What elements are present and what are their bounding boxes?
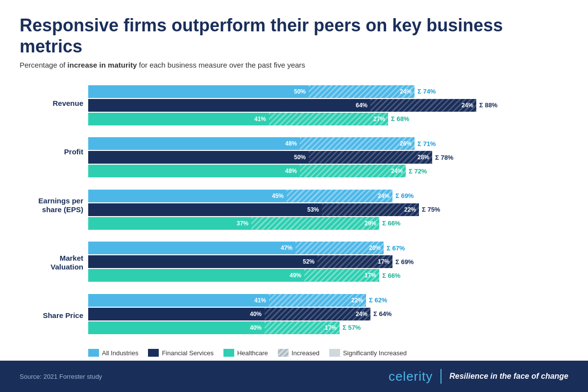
y-label-share-price: Share Price: [20, 311, 83, 320]
legend-label-all-industries: All Industries: [102, 349, 138, 357]
bar-solid-label: 40%: [250, 324, 265, 331]
bar-hatched-label: 24%: [400, 88, 415, 95]
bar-hatched-fin: 22%: [322, 203, 419, 216]
bar-hatched-label: 27%: [373, 116, 388, 122]
footer-logo: celerity: [389, 369, 433, 384]
metric-group-0: 50%24%Σ 74%64%24%Σ 88%41%27%Σ 68%: [88, 85, 568, 125]
bar-sum-label: Σ 57%: [343, 324, 361, 331]
footer-tagline: Resilience in the face of change: [449, 372, 568, 381]
bar-hatched-label: 22%: [404, 206, 419, 213]
bar-solid-label: 49%: [290, 272, 304, 279]
bar-solid-all: 41%: [88, 294, 269, 307]
legend-label-significantly-increased: Significantly Increased: [343, 349, 407, 357]
bars-container: 50%24%Σ 74%64%24%Σ 88%41%27%Σ 68%48%26%Σ…: [88, 79, 568, 345]
bar-solid-hc: 40%: [88, 321, 265, 334]
bar-solid-label: 48%: [285, 140, 300, 147]
legend-box-all-industries: [88, 349, 99, 357]
bar-hatched-all: 22%: [269, 294, 366, 307]
bar-row: 40%17%Σ 57%: [88, 321, 568, 334]
bar-hatched-hc: 29%: [251, 217, 379, 230]
subtitle-end: for each business measure over the past …: [137, 61, 305, 69]
y-label-profit: Profit: [20, 147, 83, 156]
bar-row: 64%24%Σ 88%: [88, 99, 568, 112]
subtitle-plain: Percentage of: [20, 61, 68, 69]
bar-hatched-fin: 24%: [370, 99, 476, 112]
bar-hatched-label: 17%: [325, 324, 340, 331]
bar-solid-label: 50%: [294, 88, 309, 95]
bar-hatched-label: 26%: [400, 140, 415, 147]
bar-hatched-label: 20%: [369, 245, 384, 251]
bar-solid-fin: 64%: [88, 99, 370, 112]
bar-hatched-label: 28%: [417, 154, 432, 161]
bar-solid-label: 47%: [281, 245, 295, 251]
bar-solid-label: 41%: [254, 297, 269, 304]
bar-row: 47%20%Σ 67%: [88, 242, 568, 254]
bar-hatched-hc: 17%: [304, 269, 379, 282]
bar-solid-label: 41%: [254, 116, 269, 122]
bar-sum-label: Σ 69%: [395, 258, 414, 266]
bar-hatched-fin: 17%: [318, 255, 392, 268]
bar-sum-label: Σ 64%: [373, 310, 392, 318]
legend-item-all-industries: All Industries: [88, 349, 138, 357]
bar-hatched-all: 20%: [295, 242, 384, 254]
bar-solid-fin: 50%: [88, 151, 309, 164]
bar-row: 53%22%Σ 75%: [88, 203, 568, 216]
bar-solid-all: 47%: [88, 242, 295, 254]
bar-solid-label: 45%: [272, 193, 287, 199]
y-label-revenue: Revenue: [20, 99, 83, 108]
bar-solid-hc: 37%: [88, 217, 251, 230]
bar-sum-label: Σ 66%: [382, 272, 400, 279]
bar-hatched-hc: 24%: [300, 165, 406, 177]
metric-group-1: 48%26%Σ 71%50%28%Σ 78%48%24%Σ 72%: [88, 137, 568, 177]
legend-label-increased: Increased: [292, 349, 319, 357]
bar-sum-label: Σ 88%: [479, 101, 497, 109]
bar-hatched-hc: 27%: [269, 113, 388, 125]
bar-row: 45%24%Σ 69%: [88, 190, 568, 202]
bar-row: 40%24%Σ 64%: [88, 308, 568, 320]
bar-solid-label: 48%: [285, 168, 300, 174]
bar-hatched-all: 24%: [287, 190, 392, 202]
bar-sum-label: Σ 69%: [395, 192, 414, 199]
bar-row: 48%24%Σ 72%: [88, 165, 568, 177]
bar-hatched-label: 29%: [365, 220, 379, 227]
bar-row: 52%17%Σ 69%: [88, 255, 568, 268]
bar-solid-label: 50%: [294, 154, 309, 161]
bar-solid-all: 50%: [88, 85, 309, 98]
bar-hatched-label: 24%: [462, 102, 476, 109]
legend-box-financial-services: [148, 349, 159, 357]
legend-box-healthcare: [223, 349, 234, 357]
bar-solid-label: 53%: [307, 206, 322, 213]
y-label-market-valuation: MarketValuation: [20, 254, 83, 271]
footer-source: Source: 2021 Forrester study: [20, 373, 102, 380]
bar-sum-label: Σ 67%: [387, 245, 405, 252]
bar-hatched-label: 24%: [391, 168, 406, 174]
bar-hatched-label: 22%: [351, 297, 366, 304]
legend-box-significantly-increased: [329, 349, 340, 357]
metric-group-4: 41%22%Σ 62%40%24%Σ 64%40%17%Σ 57%: [88, 294, 568, 334]
legend-item-significantly-increased: Significantly Increased: [329, 349, 407, 357]
bar-row: 50%28%Σ 78%: [88, 151, 568, 164]
subtitle-bold: increase in maturity: [68, 61, 137, 69]
bar-solid-all: 45%: [88, 190, 287, 202]
bar-row: 50%24%Σ 74%: [88, 85, 568, 98]
bar-hatched-label: 24%: [378, 193, 392, 199]
bar-hatched-fin: 28%: [309, 151, 432, 164]
legend-item-healthcare: Healthcare: [223, 349, 268, 357]
bar-sum-label: Σ 74%: [417, 88, 436, 95]
legend-label-healthcare: Healthcare: [237, 349, 268, 357]
legend-item-increased: Increased: [278, 349, 319, 357]
bar-solid-hc: 49%: [88, 269, 304, 282]
bar-solid-label: 52%: [303, 258, 318, 265]
bar-solid-fin: 52%: [88, 255, 318, 268]
bar-sum-label: Σ 66%: [382, 220, 400, 227]
page-container: Responsive firms outperform their peers …: [0, 0, 588, 392]
bar-row: 48%26%Σ 71%: [88, 137, 568, 150]
bar-hatched-all: 26%: [300, 137, 415, 150]
metric-group-3: 47%20%Σ 67%52%17%Σ 69%49%17%Σ 66%: [88, 242, 568, 282]
bar-row: 41%27%Σ 68%: [88, 113, 568, 125]
bar-hatched-fin: 24%: [265, 308, 370, 320]
footer-brand: celerity Resilience in the face of chang…: [389, 369, 568, 384]
bar-row: 41%22%Σ 62%: [88, 294, 568, 307]
footer: Source: 2021 Forrester study celerity Re…: [0, 361, 588, 392]
bar-hatched-label: 17%: [378, 258, 392, 265]
